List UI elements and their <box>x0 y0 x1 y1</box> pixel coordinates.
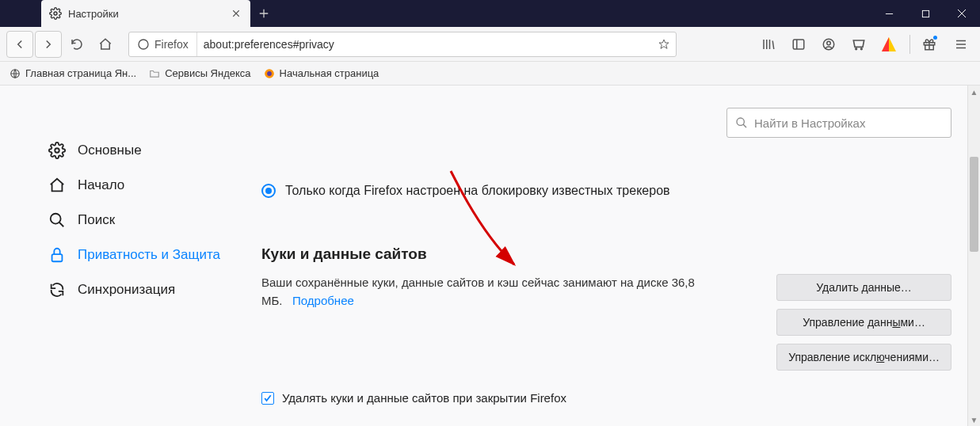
scroll-thumb[interactable] <box>970 157 978 252</box>
vertical-scrollbar[interactable]: ▲ ▼ <box>967 86 980 426</box>
window-minimize-button[interactable] <box>871 0 907 27</box>
menu-icon[interactable] <box>948 32 974 57</box>
identity-label: Firefox <box>154 38 189 51</box>
bookmark-item[interactable]: Начальная страница <box>264 67 379 79</box>
sidebar-item-label: Синхронизация <box>78 282 175 298</box>
learn-more-link[interactable]: Подробнее <box>292 294 354 307</box>
url-input[interactable] <box>197 38 652 51</box>
scroll-down-icon[interactable]: ▼ <box>968 413 980 426</box>
bookmark-star-icon[interactable] <box>652 38 676 51</box>
svg-point-5 <box>827 41 831 45</box>
back-button[interactable] <box>6 31 33 58</box>
search-placeholder: Найти в Настройках <box>754 116 865 130</box>
gift-icon[interactable] <box>918 32 944 57</box>
scroll-up-icon[interactable]: ▲ <box>968 86 980 98</box>
svg-point-11 <box>55 148 59 153</box>
gear-icon <box>49 7 62 20</box>
site-identity[interactable]: Firefox <box>129 32 197 56</box>
url-bar[interactable]: Firefox <box>128 32 677 57</box>
nav-toolbar: Firefox <box>0 27 980 62</box>
tracking-radio-option[interactable]: Только когда Firefox настроен на блокиро… <box>261 184 956 198</box>
gear-icon <box>48 141 67 160</box>
home-button[interactable] <box>92 31 119 58</box>
cookies-section: Куки и данные сайтов Ваши сохранённые ку… <box>261 245 956 405</box>
bookmark-item[interactable]: Сервисы Яндекса <box>149 67 250 79</box>
separator <box>909 35 910 54</box>
tab-settings[interactable]: Настройки <box>41 0 250 27</box>
manage-exceptions-button[interactable]: Управление исключениями… <box>776 344 951 371</box>
delete-on-close-checkbox[interactable]: Удалять куки и данные сайтов при закрыти… <box>261 391 956 405</box>
svg-point-2 <box>139 40 148 49</box>
reload-button[interactable] <box>63 31 90 58</box>
bookmark-item[interactable]: Главная страница Ян... <box>10 67 136 79</box>
radio-selected-icon <box>261 184 276 198</box>
sidebar-icon[interactable] <box>786 32 811 57</box>
bookmark-label: Начальная страница <box>280 67 379 79</box>
sidebar-item-home[interactable]: Начало <box>40 168 238 203</box>
window-close-button[interactable] <box>944 0 980 27</box>
svg-point-12 <box>51 214 61 224</box>
manage-data-button[interactable]: Управление данными… <box>776 309 951 336</box>
sidebar-item-label: Приватность и Защита <box>78 247 220 263</box>
svg-point-14 <box>737 118 744 125</box>
bookmark-label: Сервисы Яндекса <box>165 67 250 79</box>
library-icon[interactable] <box>756 32 781 57</box>
new-tab-button[interactable] <box>250 0 277 27</box>
radio-label: Только когда Firefox настроен на блокиро… <box>285 184 670 198</box>
search-icon <box>735 116 748 129</box>
tab-strip: Настройки <box>0 0 871 27</box>
bookmarks-bar: Главная страница Ян... Сервисы Яндекса Н… <box>0 62 980 86</box>
yandex-icon[interactable] <box>876 32 902 57</box>
svg-rect-13 <box>52 254 63 261</box>
folder-icon <box>149 68 160 79</box>
account-icon[interactable] <box>816 32 841 57</box>
checkbox-label: Удалять куки и данные сайтов при закрыти… <box>282 391 566 405</box>
preferences-sidebar: Основные Начало Поиск Приватность и Защи… <box>0 86 238 426</box>
checkbox-checked-icon <box>261 392 274 405</box>
section-heading: Куки и данные сайтов <box>261 245 956 263</box>
sync-icon <box>48 280 67 299</box>
section-description: Ваши сохранённые куки, данные сайтов и к… <box>261 274 705 310</box>
toolbar-actions <box>756 32 974 57</box>
sidebar-item-label: Основные <box>78 143 142 158</box>
cart-icon[interactable] <box>846 32 871 57</box>
sidebar-item-label: Поиск <box>78 212 115 228</box>
svg-rect-1 <box>922 10 929 17</box>
tab-label: Настройки <box>68 8 223 20</box>
content-area: Основные Начало Поиск Приватность и Защи… <box>0 86 980 426</box>
bookmark-label: Главная страница Ян... <box>25 67 136 79</box>
preferences-main: Найти в Настройках Только когда Firefox … <box>238 86 980 426</box>
forward-button[interactable] <box>35 31 62 58</box>
sidebar-item-privacy[interactable]: Приватность и Защита <box>40 238 238 272</box>
clear-data-button[interactable]: Удалить данные… <box>776 274 951 301</box>
sidebar-item-search[interactable]: Поиск <box>40 203 238 238</box>
lock-icon <box>48 245 67 264</box>
firefox-icon <box>137 38 150 51</box>
close-icon[interactable] <box>230 7 242 20</box>
svg-rect-3 <box>793 40 804 49</box>
home-icon <box>48 176 67 195</box>
svg-point-10 <box>267 71 272 76</box>
window-maximize-button[interactable] <box>907 0 944 27</box>
search-icon <box>48 211 67 230</box>
firefox-icon <box>264 68 275 79</box>
sidebar-item-label: Начало <box>78 177 124 193</box>
svg-point-0 <box>54 12 57 15</box>
globe-icon <box>10 68 21 79</box>
sidebar-item-sync[interactable]: Синхронизация <box>40 272 238 307</box>
cookies-buttons: Удалить данные… Управление данными… Упра… <box>776 274 951 371</box>
sidebar-item-general[interactable]: Основные <box>40 133 238 168</box>
window-controls <box>871 0 980 27</box>
settings-search[interactable]: Найти в Настройках <box>726 108 951 138</box>
window-titlebar: Настройки <box>0 0 980 27</box>
